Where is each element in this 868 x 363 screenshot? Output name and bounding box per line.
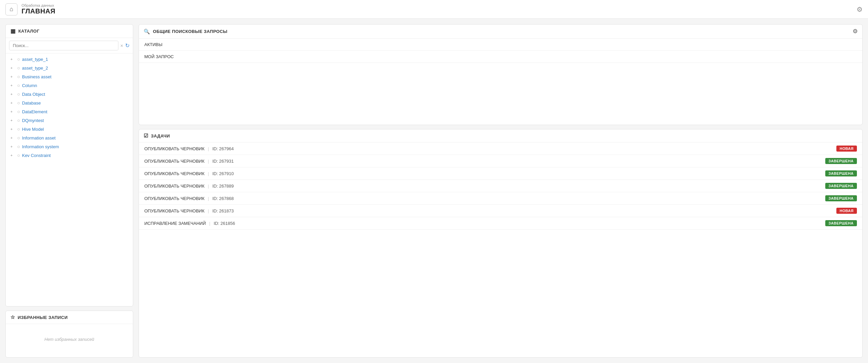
catalog-header: ▦ КАТАЛОГ (6, 25, 133, 38)
task-action: ОПУБЛИКОВАТЬ ЧЕРНОВИК (144, 171, 205, 176)
task-status-badge: ЗАВЕРШЕНА (825, 220, 857, 226)
header-left: ⌂ Обработка данных ГЛАВНАЯ (5, 3, 56, 15)
task-label: ОПУБЛИКОВАТЬ ЧЕРНОВИК | ID: 267910 (144, 171, 234, 176)
catalog-item-label: DQmyntest (22, 118, 44, 123)
tasks-header: ☑ ЗАДАЧИ (139, 129, 862, 142)
catalog-list-item[interactable]: + ○ Business asset (6, 72, 133, 81)
task-id: ID: 267910 (212, 171, 234, 176)
task-action: ИСПРАВЛЕНИЕ ЗАМЕЧАНИЙ (144, 221, 206, 226)
header-title: ГЛАВНАЯ (22, 7, 56, 15)
task-row[interactable]: ИСПРАВЛЕНИЕ ЗАМЕЧАНИЙ | ID: 261856 ЗАВЕР… (139, 217, 862, 230)
task-action: ОПУБЛИКОВАТЬ ЧЕРНОВИК (144, 196, 205, 201)
folder-icon: ○ (17, 65, 20, 71)
task-label: ИСПРАВЛЕНИЕ ЗАМЕЧАНИЙ | ID: 261856 (144, 221, 235, 226)
search-input[interactable] (9, 41, 118, 51)
expand-icon: + (10, 127, 15, 131)
folder-icon: ○ (17, 126, 20, 132)
catalog-list-item[interactable]: + ○ asset_type_2 (6, 64, 133, 72)
expand-icon: + (10, 118, 15, 122)
catalog-card: ▦ КАТАЛОГ × ↻ + ○ asset_type_1 + ○ asset… (5, 24, 133, 306)
catalog-header-left: ▦ КАТАЛОГ (10, 28, 39, 34)
catalog-item-label: Data Object (22, 92, 45, 97)
expand-icon: + (10, 75, 15, 79)
catalog-list-item[interactable]: + ○ Data Object (6, 90, 133, 98)
task-row[interactable]: ОПУБЛИКОВАТЬ ЧЕРНОВИК | ID: 267931 ЗАВЕР… (139, 155, 862, 167)
task-row[interactable]: ОПУБЛИКОВАТЬ ЧЕРНОВИК | ID: 267910 ЗАВЕР… (139, 167, 862, 180)
tasks-header-left: ☑ ЗАДАЧИ (144, 133, 170, 139)
catalog-body: × ↻ + ○ asset_type_1 + ○ asset_type_2 + … (6, 38, 133, 306)
home-icon[interactable]: ⌂ (5, 3, 18, 15)
task-status-badge: ЗАВЕРШЕНА (825, 183, 857, 189)
catalog-list-item[interactable]: + ○ asset_type_1 (6, 55, 133, 64)
catalog-list-item[interactable]: + ○ Hive Model (6, 125, 133, 133)
task-action: ОПУБЛИКОВАТЬ ЧЕРНОВИК (144, 208, 205, 213)
catalog-item-label: Information system (22, 144, 59, 149)
favorites-title: ИЗБРАННЫЕ ЗАПИСИ (18, 315, 68, 320)
catalog-list-item[interactable]: + ○ Database (6, 98, 133, 107)
search-bar: × ↻ (6, 38, 133, 54)
task-row[interactable]: ОПУБЛИКОВАТЬ ЧЕРНОВИК | ID: 261873 НОВАЯ (139, 205, 862, 217)
task-label: ОПУБЛИКОВАТЬ ЧЕРНОВИК | ID: 267889 (144, 184, 234, 189)
expand-icon: + (10, 144, 15, 148)
expand-icon: + (10, 92, 15, 96)
catalog-item-label: Column (22, 83, 37, 88)
folder-icon: ○ (17, 109, 20, 114)
catalog-item-label: Information asset (22, 135, 56, 140)
task-id: ID: 267964 (212, 146, 234, 151)
queries-header-left: 🔍 ОБЩИЕ ПОИСКОВЫЕ ЗАПРОСЫ (144, 29, 227, 35)
catalog-title: КАТАЛОГ (18, 29, 39, 34)
task-row[interactable]: ОПУБЛИКОВАТЬ ЧЕРНОВИК | ID: 267889 ЗАВЕР… (139, 180, 862, 192)
task-row[interactable]: ОПУБЛИКОВАТЬ ЧЕРНОВИК | ID: 267868 ЗАВЕР… (139, 192, 862, 205)
task-id: ID: 267889 (212, 184, 234, 189)
folder-icon: ○ (17, 57, 20, 62)
folder-icon: ○ (17, 100, 20, 105)
folder-icon: ○ (17, 135, 20, 140)
task-row[interactable]: ОПУБЛИКОВАТЬ ЧЕРНОВИК | ID: 267964 НОВАЯ (139, 142, 862, 155)
query-list-item[interactable]: МОЙ ЗАПРОС (139, 51, 862, 63)
catalog-item-label: asset_type_1 (22, 57, 48, 62)
catalog-list-item[interactable]: + ○ DataElement (6, 107, 133, 116)
folder-icon: ○ (17, 91, 20, 97)
catalog-list-item[interactable]: + ○ Kev Constraint (6, 151, 133, 160)
search-clear-icon[interactable]: × (120, 43, 123, 48)
expand-icon: + (10, 57, 15, 61)
task-id: ID: 267931 (212, 159, 234, 164)
expand-icon: + (10, 153, 15, 157)
header-title-group: Обработка данных ГЛАВНАЯ (22, 3, 56, 15)
catalog-item-label: Kev Constraint (22, 153, 51, 158)
tasks-card: ☑ ЗАДАЧИ ОПУБЛИКОВАТЬ ЧЕРНОВИК | ID: 267… (138, 129, 863, 358)
expand-icon: + (10, 66, 15, 70)
catalog-item-label: Business asset (22, 74, 51, 79)
folder-icon: ○ (17, 118, 20, 123)
catalog-list-item[interactable]: + ○ Column (6, 81, 133, 90)
task-action: ОПУБЛИКОВАТЬ ЧЕРНОВИК (144, 184, 205, 189)
favorites-header-left: ☆ ИЗБРАННЫЕ ЗАПИСИ (10, 314, 68, 320)
main-content: ▦ КАТАЛОГ × ↻ + ○ asset_type_1 + ○ asset… (0, 19, 868, 363)
folder-icon: ○ (17, 153, 20, 158)
task-id: ID: 261873 (212, 208, 234, 213)
task-label: ОПУБЛИКОВАТЬ ЧЕРНОВИК | ID: 267931 (144, 159, 234, 164)
task-label: ОПУБЛИКОВАТЬ ЧЕРНОВИК | ID: 267868 (144, 196, 234, 201)
catalog-list-item[interactable]: + ○ DQmyntest (6, 116, 133, 125)
catalog-item-label: asset_type_2 (22, 66, 48, 71)
queries-gear-icon[interactable]: ⚙ (852, 28, 858, 35)
header-subtitle: Обработка данных (22, 3, 56, 7)
task-status-badge: ЗАВЕРШЕНА (825, 170, 857, 176)
query-list-item[interactable]: АКТИВЫ (139, 39, 862, 51)
search-refresh-icon[interactable]: ↻ (125, 42, 129, 49)
task-label: ОПУБЛИКОВАТЬ ЧЕРНОВИК | ID: 267964 (144, 146, 234, 151)
expand-icon: + (10, 109, 15, 113)
left-panel: ▦ КАТАЛОГ × ↻ + ○ asset_type_1 + ○ asset… (5, 24, 133, 358)
tasks-title: ЗАДАЧИ (151, 133, 170, 138)
catalog-list-item[interactable]: + ○ Information asset (6, 133, 133, 142)
folder-icon: ○ (17, 83, 20, 88)
app-header: ⌂ Обработка данных ГЛАВНАЯ ⚙ (0, 0, 868, 19)
queries-list: АКТИВЫМОЙ ЗАПРОС (139, 39, 862, 63)
catalog-item-label: Database (22, 100, 41, 105)
catalog-list-item[interactable]: + ○ Information system (6, 142, 133, 151)
favorites-icon: ☆ (10, 314, 15, 320)
queries-card: 🔍 ОБЩИЕ ПОИСКОВЫЕ ЗАПРОСЫ ⚙ АКТИВЫМОЙ ЗА… (138, 24, 863, 125)
favorites-card: ☆ ИЗБРАННЫЕ ЗАПИСИ Нет избранных записей (5, 310, 133, 358)
task-status-badge: НОВАЯ (836, 208, 857, 214)
settings-icon[interactable]: ⚙ (857, 5, 863, 13)
